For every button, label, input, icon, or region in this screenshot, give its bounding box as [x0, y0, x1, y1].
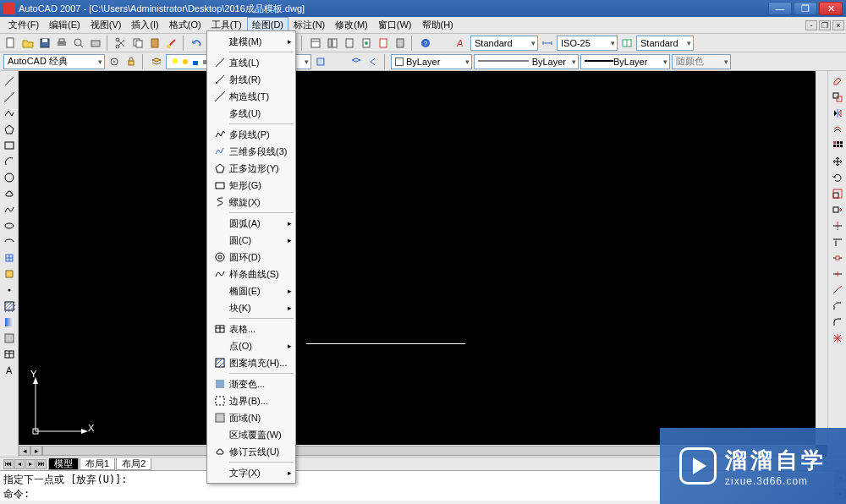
chamfer-icon[interactable]	[831, 299, 844, 313]
menu-item[interactable]: 边界(B)...	[207, 392, 295, 409]
menu-item[interactable]: 文字(X)	[207, 464, 295, 481]
tab-first-button[interactable]: ⏮	[3, 459, 14, 469]
layerstate-icon[interactable]	[313, 54, 328, 69]
menu-item[interactable]: 点(O)	[207, 337, 295, 354]
tab-prev-button[interactable]: ◂	[14, 459, 25, 469]
mdi-restore-button[interactable]: ❐	[819, 20, 831, 30]
designcenter-icon[interactable]	[325, 36, 340, 51]
fillet-icon[interactable]	[831, 315, 844, 329]
menu-item[interactable]: 正多边形(Y)	[207, 160, 295, 177]
rotate-icon[interactable]	[831, 171, 844, 184]
menu-item[interactable]: 螺旋(X)	[207, 194, 295, 211]
mdi-close-button[interactable]: ×	[832, 20, 844, 30]
pline-icon[interactable]	[3, 107, 16, 120]
undo-icon[interactable]	[190, 36, 205, 51]
publish-icon[interactable]	[88, 36, 103, 51]
table-icon[interactable]	[3, 348, 16, 361]
insert-icon[interactable]	[3, 251, 16, 265]
open-icon[interactable]	[20, 36, 36, 51]
menu-modify[interactable]: 修改(M)	[330, 17, 373, 33]
menu-item[interactable]: 矩形(G)	[207, 177, 295, 194]
xline-icon[interactable]	[3, 90, 16, 104]
ellipsearc-icon[interactable]	[3, 235, 16, 249]
calc-icon[interactable]	[393, 36, 408, 51]
menu-format[interactable]: 格式(O)	[164, 17, 206, 33]
layeriso-icon[interactable]	[349, 54, 364, 69]
linetype-combo[interactable]: ByLayer	[474, 54, 579, 69]
drawing-canvas[interactable]: Y X ◂▸	[19, 71, 827, 457]
menu-item[interactable]: 区域覆盖(W)	[207, 426, 295, 443]
gradient-icon[interactable]	[3, 315, 16, 329]
move-icon[interactable]	[831, 155, 844, 168]
mdi-minimize-button[interactable]: -	[805, 20, 817, 30]
menu-item[interactable]: 渐变色...	[207, 375, 295, 392]
tab-next-button[interactable]: ▸	[25, 459, 36, 469]
maximize-button[interactable]: ❐	[794, 2, 817, 15]
menu-edit[interactable]: 编辑(E)	[44, 17, 85, 33]
paste-icon[interactable]	[147, 36, 162, 51]
ellipse-icon[interactable]	[3, 219, 16, 233]
menu-item[interactable]: 圆弧(A)	[207, 215, 295, 232]
textstyle-icon[interactable]: A	[453, 36, 469, 51]
menu-item[interactable]: 多段线(P)	[207, 126, 295, 143]
scale-icon[interactable]	[831, 187, 844, 200]
menu-item[interactable]: 修订云线(U)	[207, 443, 295, 460]
menu-item[interactable]: 三维多段线(3)	[207, 143, 295, 160]
minimize-button[interactable]: —	[768, 2, 792, 15]
menu-file[interactable]: 文件(F)	[3, 17, 44, 33]
preview-icon[interactable]	[71, 36, 86, 51]
mtext-icon[interactable]: A	[3, 364, 16, 377]
menu-item[interactable]: 构造线(T)	[207, 88, 295, 105]
cut-icon[interactable]	[113, 36, 129, 51]
tablestyle-combo[interactable]: Standard	[636, 36, 694, 51]
polygon-icon[interactable]	[3, 123, 16, 136]
hatch-icon[interactable]	[3, 299, 16, 313]
markup-icon[interactable]	[376, 36, 391, 51]
offset-icon[interactable]	[831, 123, 844, 136]
menu-item[interactable]: 圆(C)	[207, 232, 295, 249]
menu-item[interactable]: 建模(M)	[207, 33, 295, 50]
stretch-icon[interactable]	[831, 203, 844, 216]
close-button[interactable]: ✕	[819, 2, 843, 15]
menu-item[interactable]: 椭圆(E)	[207, 282, 295, 299]
dimstyle-combo[interactable]: ISO-25	[557, 36, 618, 51]
workspace-settings-icon[interactable]	[107, 54, 122, 69]
mirror-icon[interactable]	[831, 107, 844, 120]
breakpoint-icon[interactable]	[831, 267, 844, 281]
menu-insert[interactable]: 插入(I)	[126, 17, 163, 33]
menu-item[interactable]: 面域(N)	[207, 409, 295, 426]
new-icon[interactable]	[3, 36, 19, 51]
toolpalette-icon[interactable]	[342, 36, 357, 51]
workspace-lock-icon[interactable]	[124, 54, 139, 69]
menu-item[interactable]: 样条曲线(S)	[207, 266, 295, 282]
spline-icon[interactable]	[3, 203, 16, 216]
tab-model[interactable]: 模型	[48, 458, 79, 470]
tab-layout1[interactable]: 布局1	[80, 458, 115, 470]
circle-icon[interactable]	[3, 171, 16, 184]
tab-last-button[interactable]: ⏭	[36, 459, 47, 469]
region-icon[interactable]	[3, 331, 16, 345]
tablestyle-icon[interactable]	[619, 36, 634, 51]
explode-icon[interactable]	[831, 331, 844, 345]
erase-icon[interactable]	[831, 74, 844, 88]
extend-icon[interactable]	[831, 235, 844, 249]
join-icon[interactable]	[831, 283, 844, 297]
print-icon[interactable]	[54, 36, 69, 51]
break-icon[interactable]	[831, 251, 844, 265]
block-icon[interactable]	[3, 267, 16, 281]
rect-icon[interactable]	[3, 139, 16, 152]
line-icon[interactable]	[3, 74, 16, 88]
dimstyle-icon[interactable]	[540, 36, 555, 51]
point-icon[interactable]	[3, 283, 16, 297]
layerprev-icon[interactable]	[365, 54, 381, 69]
menu-item[interactable]: 射线(R)	[207, 71, 295, 88]
copy-icon[interactable]	[130, 36, 146, 51]
array-icon[interactable]	[831, 139, 844, 152]
menu-help[interactable]: 帮助(H)	[417, 17, 459, 33]
menu-item[interactable]: 直线(L)	[207, 54, 295, 71]
copy-icon[interactable]	[831, 90, 844, 104]
trim-icon[interactable]	[831, 219, 844, 233]
menu-window[interactable]: 窗口(W)	[373, 17, 417, 33]
save-icon[interactable]	[37, 36, 52, 51]
matchprop-icon[interactable]	[164, 36, 179, 51]
